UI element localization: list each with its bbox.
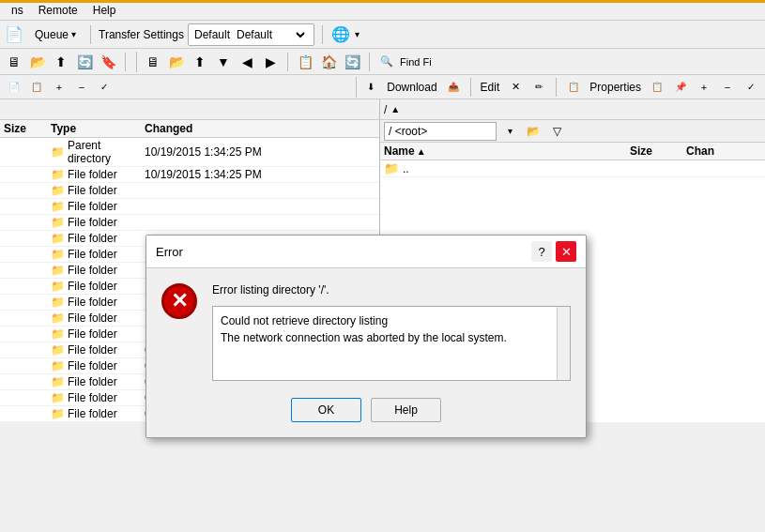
help-button[interactable]: Help: [371, 398, 441, 422]
left-column-headers: Size Type Changed: [0, 120, 379, 138]
folder-open-icon[interactable]: 📂: [27, 52, 48, 72]
local-add-icon[interactable]: +: [49, 77, 69, 98]
refresh-icon[interactable]: 🔄: [74, 52, 95, 72]
local-sep: [125, 53, 126, 71]
remote-up-icon[interactable]: ⬆: [190, 52, 210, 72]
remote-computer-icon[interactable]: 🖥: [143, 52, 163, 72]
col-header-type: Type: [51, 122, 145, 135]
file-type-icon: 📁: [51, 312, 65, 325]
menu-remote[interactable]: Remote: [31, 2, 85, 19]
menu-ns[interactable]: ns: [4, 2, 31, 19]
file-type-icon: 📁: [51, 359, 65, 372]
left-scrollbar-top[interactable]: [361, 122, 375, 135]
queue-dropdown-icon[interactable]: ▾: [71, 29, 76, 39]
remote-back-icon[interactable]: ◀: [237, 52, 257, 72]
modal-close-btn[interactable]: ✕: [556, 241, 576, 262]
toolbar-sep-1: [90, 25, 91, 44]
transfer-settings-dropdown[interactable]: Default Default: [188, 23, 314, 46]
remote-find-icon[interactable]: 🔍: [376, 52, 397, 72]
upload-icon[interactable]: 📤: [443, 77, 464, 98]
list-item[interactable]: 📁 Parent directory 10/19/2015 1:34:25 PM: [0, 138, 379, 167]
local-minus-icon[interactable]: −: [71, 77, 92, 98]
local-path-bar: [0, 99, 380, 119]
remote-minus2-btn[interactable]: −: [717, 77, 738, 98]
file-type-text: File folder: [68, 280, 117, 293]
file-changed: 10/19/2015 1:34:25 PM: [145, 168, 375, 181]
list-item[interactable]: 📁 File folder 10/19/2015 1:34:25 PM: [0, 167, 379, 183]
remote-check2-btn[interactable]: ✓: [741, 77, 761, 98]
file-type: 📁 File folder: [51, 280, 145, 293]
menu-bar: ns Remote Help: [0, 0, 765, 21]
queue-label: Queue: [35, 28, 69, 41]
file-type: 📁 Parent directory: [51, 139, 145, 165]
local-computer-icon[interactable]: 🖥: [4, 52, 24, 72]
file-type-text: File folder: [68, 264, 117, 277]
file-type: 📁 File folder: [51, 264, 145, 277]
col-header-size-r: Size: [630, 144, 686, 158]
local-new-file-icon[interactable]: 📄: [4, 77, 24, 98]
file-type-icon: 📁: [51, 184, 65, 197]
file-name-text: ..: [403, 162, 409, 175]
path-bars: / ▲: [0, 99, 765, 120]
error-detail-scrollbar[interactable]: [557, 307, 570, 380]
properties-label[interactable]: Properties: [587, 80, 644, 95]
menu-help[interactable]: Help: [85, 2, 124, 19]
file-type: 📁 File folder: [51, 391, 145, 404]
file-type-icon: 📁: [51, 343, 65, 357]
transfer-settings-select[interactable]: Default: [233, 27, 308, 42]
remote-path-dropdown-icon[interactable]: ▾: [499, 121, 520, 142]
local-check-icon[interactable]: ✓: [94, 77, 115, 98]
remote-paste-btn[interactable]: 📌: [670, 77, 691, 98]
error-dialog: Error ? ✕ ✕ Error listing directory '/'.…: [145, 235, 587, 438]
remote-path-folder-icon[interactable]: 📂: [523, 121, 543, 142]
remote-path-input[interactable]: / <root>: [384, 122, 497, 141]
file-type-text: File folder: [68, 391, 117, 404]
remote-path-filter-icon2[interactable]: ▽: [546, 121, 567, 142]
file-type: 📁 File folder: [51, 343, 145, 357]
file-type-text: File folder: [68, 375, 117, 388]
file-type-icon: 📁: [51, 407, 65, 420]
file-type: 📁 File folder: [51, 312, 145, 325]
remote-forward-icon[interactable]: ▶: [260, 52, 281, 72]
globe-icon: 🌐: [330, 24, 351, 45]
file-type: 📁 File folder: [51, 200, 145, 213]
remote-copy-btn[interactable]: 📋: [647, 77, 667, 98]
globe-dropdown-icon[interactable]: ▾: [355, 29, 360, 39]
error-detail-box[interactable]: Could not retrieve directory listing The…: [212, 306, 571, 381]
file-type-icon: 📁: [51, 248, 65, 261]
modal-help-btn[interactable]: ?: [531, 241, 552, 262]
rename-icon[interactable]: ✏: [528, 77, 549, 98]
file-type-text: File folder: [68, 248, 117, 261]
remote-home-icon[interactable]: 🏠: [318, 52, 339, 72]
file-type-text: File folder: [68, 232, 117, 245]
delete-icon[interactable]: ✕: [505, 77, 526, 98]
modal-title-actions: ? ✕: [531, 241, 576, 262]
local-copy-icon[interactable]: 📋: [26, 77, 47, 98]
download-label[interactable]: Download: [384, 80, 439, 95]
col-header-name: Name ▲: [384, 144, 630, 158]
list-item[interactable]: 📁 File folder: [0, 199, 379, 215]
local-toolbar: 🖥 📂 ⬆ 🔄 🔖 🖥 📂 ⬆ ▼ ◀ ▶ 📋 🏠 🔄 🔍 Find Fi: [0, 49, 765, 75]
remote-sep2: [369, 53, 370, 71]
file-type: 📁 File folder: [51, 327, 145, 341]
properties-icon-btn[interactable]: 📋: [563, 77, 584, 98]
folder-up-icon[interactable]: ⬆: [51, 52, 71, 72]
edit-label[interactable]: Edit: [478, 80, 503, 95]
queue-button[interactable]: Queue ▾: [28, 24, 83, 45]
file-type-text: File folder: [68, 216, 117, 229]
remote-refresh2-icon[interactable]: 🔄: [342, 52, 362, 72]
bookmark-icon[interactable]: 🔖: [98, 52, 118, 72]
file-type-text: File folder: [68, 359, 117, 372]
remote-copy-icon[interactable]: 📋: [295, 52, 315, 72]
file-type-icon: 📁: [51, 296, 65, 309]
remote-filter-icon[interactable]: ▼: [213, 52, 234, 72]
toolbar-sep-2: [322, 25, 323, 44]
list-item[interactable]: 📁 File folder: [0, 183, 379, 199]
download-icon[interactable]: ⬇: [360, 77, 381, 98]
remote-folder-icon[interactable]: 📂: [166, 52, 187, 72]
ok-button[interactable]: OK: [291, 398, 361, 422]
list-item[interactable]: 📁 ..: [380, 160, 765, 177]
list-item[interactable]: 📁 File folder: [0, 215, 379, 231]
remote-add2-btn[interactable]: +: [694, 77, 714, 98]
file-type: 📁 File folder: [51, 184, 145, 197]
